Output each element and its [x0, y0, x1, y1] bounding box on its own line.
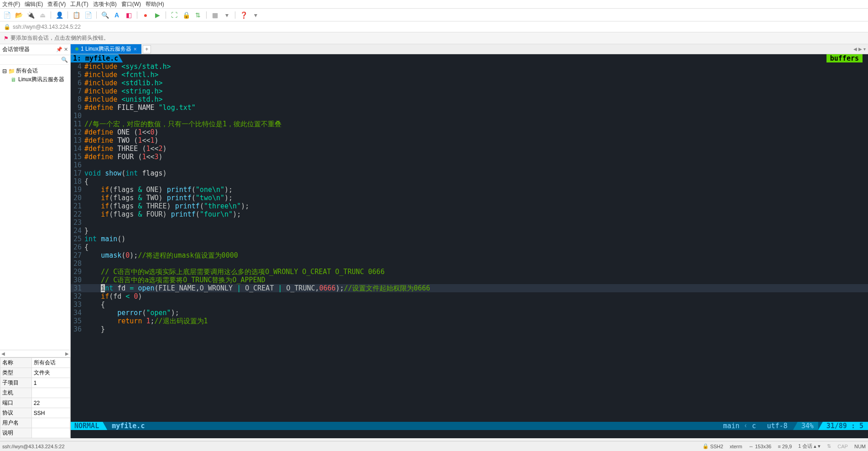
play-icon[interactable]: ▶	[153, 10, 162, 20]
code-line[interactable]: 36 }	[71, 325, 868, 333]
line-number: 5	[71, 71, 84, 79]
flag-icon[interactable]: ⚑	[4, 35, 9, 41]
sidebar-search[interactable]: 🔍	[0, 55, 70, 65]
vim-statusline: NORMAL myfile.c main ᚲ c utf-8 34% 31/89…	[71, 422, 868, 430]
color-icon[interactable]: ◧	[124, 10, 133, 20]
code-line[interactable]: 11//每一个宏，对应的数值，只有一个比特位是1，彼此位置不重叠	[71, 120, 868, 128]
code-line[interactable]: 32 if(fd < 0)	[71, 292, 868, 301]
fullscreen-icon[interactable]: ⛶	[170, 10, 179, 20]
line-number: 26	[71, 243, 84, 251]
code-line[interactable]: 4#include <sys/stat.h>	[71, 62, 868, 71]
code-line[interactable]: 9#define FILE_NAME "log.txt"	[71, 104, 868, 112]
code-line[interactable]: 26{	[71, 243, 868, 251]
code-line[interactable]: 35 return 1;//退出码设置为1	[71, 317, 868, 325]
code-line[interactable]: 8#include <unistd.h>	[71, 95, 868, 104]
close-icon[interactable]: ✕	[64, 47, 68, 52]
font-icon[interactable]: A	[112, 10, 121, 20]
code-line[interactable]: 17void show(int flags)	[71, 169, 868, 177]
code-line[interactable]: 12#define ONE (1<<0)	[71, 128, 868, 136]
menu-edit[interactable]: 编辑(E)	[25, 0, 43, 8]
code-line[interactable]: 7#include <string.h>	[71, 87, 868, 95]
line-number: 21	[71, 202, 84, 210]
code-line[interactable]: 5#include <fcntl.h>	[71, 71, 868, 79]
tab-next-icon[interactable]: ▶	[858, 47, 862, 52]
code-line[interactable]: 23	[71, 218, 868, 227]
status-updown-icon[interactable]: ⇅	[827, 443, 831, 449]
line-text	[84, 218, 868, 227]
code-line[interactable]: 6#include <stdlib.h>	[71, 79, 868, 87]
code-line[interactable]: 24}	[71, 227, 868, 235]
code-line[interactable]: 33 {	[71, 301, 868, 309]
connect-icon[interactable]: 🔌	[26, 10, 35, 20]
code-line[interactable]: 20 if(flags & TWO) printf("two\n");	[71, 194, 868, 202]
collapse-icon[interactable]: ⊟	[2, 68, 7, 74]
open-icon[interactable]: 📂	[14, 10, 23, 20]
code-line[interactable]: 21 if(flags & THREE) printf("three\n");	[71, 202, 868, 210]
code-line[interactable]: 31 int fd = open(FILE_NAME,O_WRONLY | O_…	[71, 284, 868, 292]
tab-close-icon[interactable]: ×	[134, 46, 137, 52]
search-icon[interactable]: 🔍	[100, 10, 109, 20]
terminal[interactable]: 1: myfile.c buffers 4#include <sys/stat.…	[71, 54, 868, 438]
layout-icon[interactable]: ▦	[210, 10, 219, 20]
code-line[interactable]: 29 // C语言中的w选项实际上底层需要调用这么多的选项O_WRONLY O_…	[71, 268, 868, 276]
code-line[interactable]: 16	[71, 161, 868, 169]
line-text: #define TWO (1<<1)	[84, 136, 868, 145]
code-line[interactable]: 10	[71, 112, 868, 120]
scroll-left-icon[interactable]: ◀	[1, 351, 5, 356]
disconnect-icon[interactable]: ⏏	[38, 10, 47, 20]
tab-prev-icon[interactable]: ◀	[853, 47, 857, 52]
code-area[interactable]: 4#include <sys/stat.h>5#include <fcntl.h…	[71, 62, 868, 333]
menu-window[interactable]: 窗口(W)	[121, 0, 141, 8]
code-line[interactable]: 13#define TWO (1<<1)	[71, 136, 868, 145]
menu-help[interactable]: 帮助(H)	[146, 0, 164, 8]
toolbar: 📄 📂 🔌 ⏏ 👤 📋 📄 🔍 A ◧ ● ▶ ⛶ 🔒 ⇅ ▦ ▾ ❓ ▾	[0, 9, 868, 21]
address-text[interactable]: ssh://wyn@43.143.224.5:22	[13, 24, 81, 30]
tab-add-button[interactable]: +	[143, 45, 151, 53]
status-term: xterm	[730, 444, 743, 449]
line-number: 23	[71, 218, 84, 227]
code-line[interactable]: 15#define FOUR (1<<3)	[71, 153, 868, 161]
line-text: return 1;//退出码设置为1	[84, 317, 868, 325]
vim-filename: myfile.c	[107, 422, 145, 430]
line-text: #define FILE_NAME "log.txt"	[84, 104, 868, 112]
code-line[interactable]: 27 umask(0);//将进程的umask值设置为0000	[71, 251, 868, 259]
tab-session[interactable]: 1 Linux腾讯云服务器 ×	[71, 44, 141, 54]
tab-menu-icon[interactable]: ▾	[863, 47, 866, 52]
line-number: 20	[71, 194, 84, 202]
new-icon[interactable]: 📄	[2, 10, 11, 20]
scroll-right-icon[interactable]: ▶	[65, 351, 69, 356]
code-line[interactable]: 28	[71, 259, 868, 268]
profile-icon[interactable]: 👤	[55, 10, 64, 20]
lock-icon[interactable]: 🔒	[182, 10, 191, 20]
record-icon[interactable]: ●	[141, 10, 150, 20]
prop-row: 类型文件夹	[0, 368, 70, 378]
paste-icon[interactable]: 📄	[83, 10, 93, 20]
line-number: 7	[71, 87, 84, 95]
dropdown2-icon[interactable]: ▾	[251, 10, 260, 20]
tree-root[interactable]: ⊟ 📁 所有会话	[2, 67, 68, 75]
status-sessions[interactable]: 1 会话 ▴ ▾	[798, 443, 821, 450]
transfer-icon[interactable]: ⇅	[193, 10, 203, 20]
sidebar: 会话管理器 📌 ✕ 🔍 ⊟ 📁 所有会话 🖥 Linux腾讯云服务器 ◀ ▶ 名…	[0, 44, 71, 438]
code-line[interactable]: 19 if(flags & ONE) printf("one\n");	[71, 186, 868, 194]
code-line[interactable]: 34 perror("open");	[71, 309, 868, 317]
line-number: 32	[71, 292, 84, 301]
menu-file[interactable]: 文件(F)	[2, 0, 20, 8]
line-text: int fd = open(FILE_NAME,O_WRONLY | O_CRE…	[84, 284, 868, 292]
line-text: }	[84, 325, 868, 333]
code-line[interactable]: 25int main()	[71, 235, 868, 243]
dropdown-icon[interactable]: ▾	[222, 10, 231, 20]
code-line[interactable]: 14#define THREE (1<<2)	[71, 145, 868, 153]
code-line[interactable]: 22 if(flags & FOUR) printf("four\n");	[71, 210, 868, 218]
copy-icon[interactable]: 📋	[72, 10, 81, 20]
pin-icon[interactable]: 📌	[56, 47, 62, 52]
help-icon[interactable]: ❓	[239, 10, 248, 20]
menu-tools[interactable]: 工具(T)	[70, 0, 88, 8]
line-number: 10	[71, 112, 84, 120]
code-line[interactable]: 30 // C语言中的a选项需要将O_TRUNC替换为O_APPEND	[71, 276, 868, 284]
menu-view[interactable]: 查看(V)	[47, 0, 66, 8]
code-line[interactable]: 18{	[71, 177, 868, 186]
vim-encoding: utf-8	[761, 422, 793, 430]
menu-tabs[interactable]: 选项卡(B)	[93, 0, 117, 8]
tree-item-server[interactable]: 🖥 Linux腾讯云服务器	[2, 75, 68, 84]
